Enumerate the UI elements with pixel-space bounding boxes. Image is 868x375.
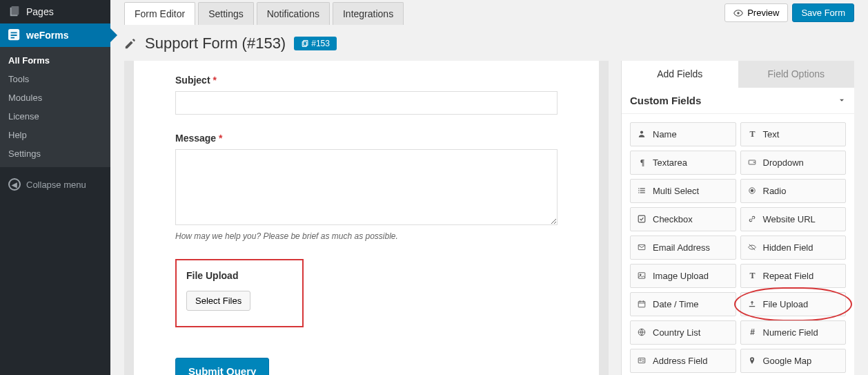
panel-tab-add-fields[interactable]: Add Fields xyxy=(622,61,738,88)
form-canvas: Subject * Message * How may we help you?… xyxy=(124,61,609,375)
field-type-radio[interactable]: Radio xyxy=(740,179,847,203)
field-hint: How may we help you? Please be brief as … xyxy=(175,231,558,241)
field-type-label: Email Address xyxy=(653,242,710,253)
form-tabs: Form Editor Settings Notifications Integ… xyxy=(124,2,404,25)
custom-fields-toggle[interactable]: Custom Fields xyxy=(630,95,846,106)
subject-input[interactable] xyxy=(175,91,558,115)
field-type-label: Date / Time xyxy=(653,299,698,309)
field-type-file-upload[interactable]: File Upload xyxy=(740,292,847,316)
link-icon xyxy=(748,215,758,223)
svg-rect-11 xyxy=(640,190,645,191)
svg-rect-1 xyxy=(12,6,19,15)
collapse-label: Collapse menu xyxy=(26,180,86,190)
field-type-image-upload[interactable]: Image Upload xyxy=(630,264,736,288)
tab-integrations[interactable]: Integrations xyxy=(333,2,404,25)
sidebar-sub-settings[interactable]: Settings xyxy=(0,144,110,163)
field-subject[interactable]: Subject * xyxy=(175,75,558,115)
upload-icon xyxy=(748,300,758,308)
field-type-label: Country List xyxy=(653,327,700,338)
pages-icon xyxy=(8,6,21,18)
field-type-textarea[interactable]: ¶Textarea xyxy=(630,151,736,175)
svg-rect-10 xyxy=(638,190,639,191)
field-type-label: Address Field xyxy=(653,356,707,366)
field-label: Message * xyxy=(175,133,558,144)
field-type-checkbox[interactable]: Checkbox xyxy=(630,207,736,231)
edit-title-icon[interactable] xyxy=(124,37,137,50)
collapse-menu[interactable]: ◀ Collapse menu xyxy=(0,173,110,196)
select-files-button[interactable]: Select Files xyxy=(186,291,250,311)
sidebar-sub-tools[interactable]: Tools xyxy=(0,70,110,88)
check-icon xyxy=(638,215,647,223)
field-type-label: Website URL xyxy=(763,214,816,224)
field-type-label: Google Map xyxy=(763,356,812,366)
field-type-website-url[interactable]: Website URL xyxy=(740,207,847,231)
svg-point-3 xyxy=(737,12,740,15)
sidebar-sub-help[interactable]: Help xyxy=(0,126,110,144)
page-title: Support Form (#153) xyxy=(145,35,286,52)
submit-button[interactable]: Submit Query xyxy=(175,358,269,375)
field-type-numeric-field[interactable]: #Numeric Field xyxy=(740,320,847,345)
field-type-label: Numeric Field xyxy=(763,327,818,338)
field-type-label: Radio xyxy=(763,186,787,196)
field-type-label: Name xyxy=(653,129,677,140)
sidebar-sub-all-forms[interactable]: All Forms xyxy=(0,51,110,70)
field-type-dropdown[interactable]: Dropdown xyxy=(740,151,847,175)
globe-icon xyxy=(638,328,647,336)
svg-point-6 xyxy=(640,131,643,134)
text-icon: T xyxy=(748,129,758,140)
sidebar-sub-modules[interactable]: Modules xyxy=(0,88,110,107)
svg-rect-12 xyxy=(638,192,639,193)
field-label: File Upload xyxy=(186,270,293,281)
field-message[interactable]: Message * How may we help you? Please be… xyxy=(175,133,558,241)
svg-rect-9 xyxy=(640,188,645,189)
field-type-repeat-field[interactable]: TRepeat Field xyxy=(740,264,847,288)
field-type-address-field[interactable]: Address Field xyxy=(630,349,736,373)
panel-tab-field-options[interactable]: Field Options xyxy=(738,61,855,88)
card-icon xyxy=(638,356,647,365)
fields-panel: Add Fields Field Options Custom Fields N… xyxy=(621,61,854,375)
shortcode-badge[interactable]: #153 xyxy=(294,37,337,50)
field-type-country-list[interactable]: Country List xyxy=(630,320,736,345)
field-type-label: Repeat Field xyxy=(763,271,814,281)
tab-form-editor[interactable]: Form Editor xyxy=(124,2,195,25)
sidebar-item-label: Pages xyxy=(26,6,54,17)
svg-rect-4 xyxy=(302,41,306,46)
field-type-label: Image Upload xyxy=(653,271,709,281)
field-type-label: File Upload xyxy=(763,299,809,309)
sidebar-item-label: weForms xyxy=(26,30,68,41)
svg-rect-2 xyxy=(8,29,19,40)
field-type-date-time[interactable]: Date / Time xyxy=(630,292,736,316)
field-file-upload[interactable]: File Upload Select Files xyxy=(175,259,304,327)
para-icon: ¶ xyxy=(638,157,647,168)
preview-button[interactable]: Preview xyxy=(724,3,788,22)
tab-settings[interactable]: Settings xyxy=(198,2,254,25)
eye-icon xyxy=(748,243,758,251)
svg-point-15 xyxy=(751,189,753,192)
field-type-google-map[interactable]: Google Map xyxy=(740,349,847,373)
sidebar-item-weforms[interactable]: weForms xyxy=(0,23,110,47)
tab-notifications[interactable]: Notifications xyxy=(257,2,330,25)
save-form-button[interactable]: Save Form xyxy=(792,3,854,22)
sidebar-sub-license[interactable]: License xyxy=(0,107,110,126)
field-type-label: Text xyxy=(763,129,780,140)
field-type-label: Checkbox xyxy=(653,214,693,224)
field-type-label: Dropdown xyxy=(763,157,804,168)
svg-rect-13 xyxy=(640,192,645,193)
field-type-text[interactable]: TText xyxy=(740,122,847,146)
list-icon xyxy=(638,186,647,195)
svg-point-23 xyxy=(640,359,641,360)
eye-icon xyxy=(733,8,743,18)
message-textarea[interactable] xyxy=(175,149,558,225)
svg-rect-8 xyxy=(638,188,639,189)
field-type-email-address[interactable]: Email Address xyxy=(630,235,736,260)
svg-rect-22 xyxy=(638,358,645,363)
weforms-icon xyxy=(8,29,21,41)
pin-icon xyxy=(748,356,758,365)
repeat-icon: T xyxy=(748,271,758,281)
field-type-hidden-field[interactable]: Hidden Field xyxy=(740,235,847,260)
field-type-multi-select[interactable]: Multi Select xyxy=(630,179,736,203)
sidebar-item-pages[interactable]: Pages xyxy=(0,0,110,23)
field-type-name[interactable]: Name xyxy=(630,122,736,146)
field-type-label: Multi Select xyxy=(653,186,699,196)
svg-rect-18 xyxy=(638,273,645,278)
